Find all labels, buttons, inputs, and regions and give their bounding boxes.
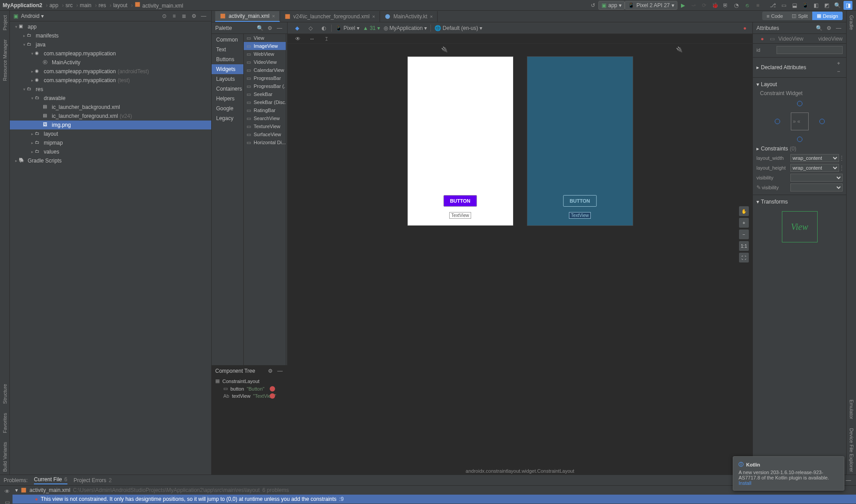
- component-tree-item[interactable]: ▦ConstraintLayout: [212, 377, 288, 385]
- eye-icon[interactable]: 👁: [294, 35, 302, 43]
- resource-manager-icon[interactable]: ◧: [811, 1, 820, 10]
- device-picker[interactable]: 📱 Pixel ▾: [335, 25, 359, 31]
- hide-icon[interactable]: —: [835, 24, 843, 32]
- run-button[interactable]: ▶: [678, 1, 687, 10]
- project-tree-item[interactable]: ▸◉com.sampleapp.myapplication(androidTes…: [10, 67, 211, 76]
- palette-widget-item[interactable]: ▭ImageView: [244, 42, 286, 50]
- hide-icon[interactable]: —: [844, 476, 852, 484]
- search-icon[interactable]: 🔍: [256, 24, 264, 32]
- expand-all-icon[interactable]: ≡: [170, 12, 178, 20]
- pan-icon[interactable]: ↔: [308, 35, 316, 43]
- palette-category[interactable]: Layouts: [212, 74, 243, 84]
- project-tree-item[interactable]: ▾🗀res: [10, 85, 211, 94]
- close-icon[interactable]: ×: [372, 14, 375, 19]
- project-tree-item[interactable]: ▤ic_launcher_foreground.xml(v24): [10, 112, 211, 121]
- editor-tab[interactable]: activity_main.xml×: [215, 11, 280, 22]
- attr-input-id[interactable]: [777, 46, 843, 54]
- surface-select-icon[interactable]: ◆: [293, 24, 301, 32]
- palette-widget-item[interactable]: ▭SearchView: [244, 114, 286, 122]
- palette-category[interactable]: Buttons: [212, 54, 243, 64]
- locale-picker[interactable]: 🌐 Default (en-us) ▾: [434, 25, 482, 31]
- error-badge-icon[interactable]: [270, 386, 275, 392]
- problems-tab-project-errors[interactable]: Project Errors 2: [74, 477, 112, 483]
- project-tree-item[interactable]: ▸🗀mipmap: [10, 138, 211, 147]
- palette-widget-item[interactable]: ▭ProgressBar: [244, 74, 286, 82]
- gear-icon[interactable]: ⚙: [266, 24, 274, 32]
- breadcrumb-item[interactable]: main: [80, 2, 92, 8]
- api-picker[interactable]: ▲ 31 ▾: [363, 25, 380, 31]
- theme-picker[interactable]: ◎ MyApplication ▾: [384, 25, 427, 31]
- view-mode-split[interactable]: ◫ Split: [787, 12, 812, 20]
- palette-widget-item[interactable]: ▭SeekBar: [244, 90, 286, 98]
- palette-widget-item[interactable]: ▭SeekBar (Disc...: [244, 98, 286, 106]
- error-indicator-icon[interactable]: ●: [758, 35, 766, 43]
- palette-widget-item[interactable]: ▭View: [244, 34, 286, 42]
- palette-widget-item[interactable]: ▭Horizontal Di...: [244, 138, 286, 146]
- preview-textview-blueprint[interactable]: TextView: [569, 212, 591, 219]
- zoom-fit-icon[interactable]: ⛶: [739, 253, 749, 262]
- project-tree-item[interactable]: ▸🗀values: [10, 147, 211, 156]
- debug-icon[interactable]: 🐞: [710, 1, 719, 10]
- profiler-icon[interactable]: ◔: [732, 1, 741, 10]
- view-mode-code[interactable]: ≡ Code: [762, 12, 788, 20]
- palette-widget-item[interactable]: ▭WebView: [244, 50, 286, 58]
- constraint-widget[interactable]: » «: [777, 104, 822, 139]
- section-transforms[interactable]: ▾ Transforms: [756, 197, 843, 207]
- project-tree-item[interactable]: ▸🗀layout: [10, 129, 211, 138]
- coverage-icon[interactable]: ⛨: [721, 1, 730, 10]
- palette-category[interactable]: Widgets: [212, 64, 243, 74]
- orientation-icon[interactable]: ◇: [306, 24, 314, 32]
- palette-category[interactable]: Helpers: [212, 94, 243, 104]
- search-icon[interactable]: 🔍: [833, 1, 842, 10]
- project-view-select[interactable]: Android ▾: [21, 13, 44, 19]
- palette-widget-item[interactable]: ▭CalendarView: [244, 66, 286, 74]
- emulator-tab[interactable]: Emulator: [848, 397, 855, 422]
- close-icon[interactable]: ×: [272, 13, 275, 19]
- zoom-out-icon[interactable]: −: [739, 229, 749, 239]
- section-layout[interactable]: ▾ Layout: [756, 79, 843, 89]
- palette-category[interactable]: Text: [212, 45, 243, 54]
- gear-icon[interactable]: ⚙: [266, 367, 274, 375]
- preview-button[interactable]: BUTTON: [443, 195, 477, 207]
- gear-icon[interactable]: ⚙: [190, 12, 198, 20]
- add-icon[interactable]: +: [835, 59, 843, 67]
- gear-icon[interactable]: ⚙: [825, 24, 833, 32]
- sdk-icon[interactable]: ⬓: [790, 1, 799, 10]
- stop-icon[interactable]: ■: [753, 1, 762, 10]
- settings-icon[interactable]: ◨: [843, 1, 852, 10]
- project-tree-item[interactable]: 🖼img.png: [10, 121, 211, 129]
- project-tree-item[interactable]: ▾◉com.sampleapp.myapplication: [10, 49, 211, 58]
- search-icon[interactable]: 🔍: [815, 24, 823, 32]
- view-mode-design[interactable]: ▦ Design: [812, 12, 843, 20]
- pan-tool-icon[interactable]: ✋: [739, 206, 749, 216]
- attach-icon[interactable]: ⎋: [743, 1, 752, 10]
- project-tree-item[interactable]: ▤ic_launcher_background.xml: [10, 103, 211, 112]
- editor-tab[interactable]: v24\ic_launcher_foreground.xml×: [280, 11, 380, 22]
- structure-tab[interactable]: Structure: [1, 381, 8, 407]
- zoom-in-icon[interactable]: +: [739, 218, 749, 228]
- gradle-tab[interactable]: Gradle: [848, 12, 855, 33]
- component-tree-item[interactable]: ▭button"Button": [212, 385, 288, 392]
- component-tree-item[interactable]: AbtextView"TextView": [212, 392, 288, 400]
- project-tree-item[interactable]: ▸🗀manifests: [10, 31, 211, 40]
- hide-icon[interactable]: —: [276, 24, 284, 32]
- breadcrumb-item[interactable]: layout: [113, 2, 127, 8]
- breadcrumb-item[interactable]: res: [99, 2, 106, 8]
- breadcrumb-item[interactable]: app: [50, 2, 58, 8]
- palette-category[interactable]: Containers: [212, 84, 243, 94]
- build-variants-tab[interactable]: Build Variants: [1, 439, 8, 475]
- night-mode-icon[interactable]: ◐: [320, 24, 328, 32]
- avd-icon[interactable]: ▭: [779, 1, 788, 10]
- sync-icon[interactable]: ↺: [589, 1, 597, 10]
- resource-manager-tab[interactable]: Resource Manager: [1, 37, 8, 84]
- preview-button-blueprint[interactable]: BUTTON: [563, 195, 597, 207]
- palette-widget-item[interactable]: ▭TextureView: [244, 122, 286, 130]
- hide-icon[interactable]: —: [276, 367, 284, 375]
- debug-skip-icon[interactable]: ⤻: [689, 1, 698, 10]
- stop-icon[interactable]: ▭: [3, 498, 11, 504]
- run-config-select[interactable]: ▣app ▾: [598, 1, 625, 10]
- attr-select-layout-width[interactable]: wrap_content: [790, 154, 839, 162]
- breadcrumb-item[interactable]: src: [66, 2, 73, 8]
- project-tree-item[interactable]: ⓀMainActivity: [10, 58, 211, 67]
- error-indicator-icon[interactable]: ●: [741, 24, 749, 32]
